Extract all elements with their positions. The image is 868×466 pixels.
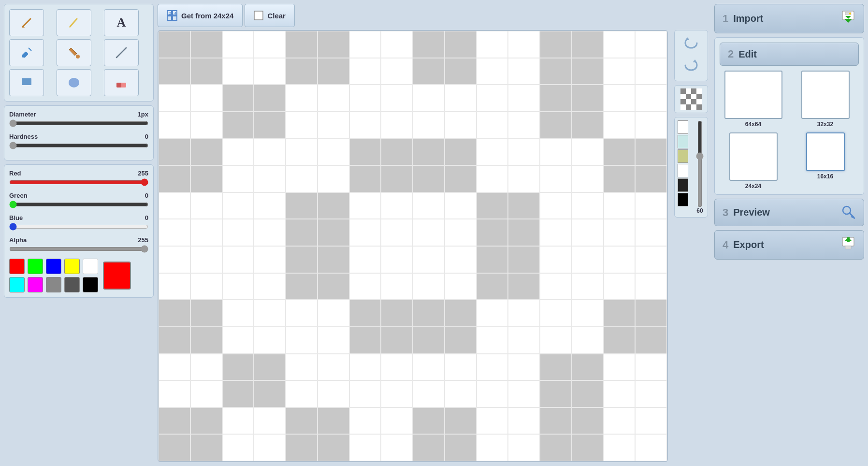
pixel-cell[interactable] <box>349 408 381 435</box>
pixel-cell[interactable] <box>381 273 413 300</box>
pixel-cell[interactable] <box>381 219 413 246</box>
pixel-cell[interactable] <box>445 434 477 461</box>
green-slider[interactable] <box>9 201 148 208</box>
pixel-cell[interactable] <box>604 165 636 192</box>
pixel-cell[interactable] <box>159 300 190 327</box>
pixel-cell[interactable] <box>413 380 445 408</box>
swatch-red[interactable] <box>9 259 25 274</box>
pixel-cell[interactable] <box>318 58 349 85</box>
pixel-cell[interactable] <box>477 31 508 58</box>
pixel-cell[interactable] <box>477 434 508 461</box>
pixel-cell[interactable] <box>159 139 190 166</box>
pixel-cell[interactable] <box>572 408 604 435</box>
pixel-cell[interactable] <box>635 354 667 381</box>
pixel-cell[interactable] <box>477 300 508 327</box>
pixel-cell[interactable] <box>254 273 286 300</box>
pixel-cell[interactable] <box>159 165 190 192</box>
pixel-cell[interactable] <box>286 273 318 300</box>
swatch-green[interactable] <box>28 259 43 274</box>
pixel-cell[interactable] <box>190 192 222 219</box>
swatch-gray[interactable] <box>46 277 61 292</box>
strip-lightcyan[interactable] <box>678 135 688 148</box>
pixel-cell[interactable] <box>604 139 636 166</box>
pixel-cell[interactable] <box>413 85 445 112</box>
pixel-cell[interactable] <box>318 31 349 58</box>
pixel-cell[interactable] <box>318 380 349 408</box>
pixel-cell[interactable] <box>572 85 604 112</box>
pencil-tool-button[interactable] <box>57 9 91 36</box>
export-section-header[interactable]: 4 Export <box>714 230 864 260</box>
pixel-cell[interactable] <box>349 58 381 85</box>
pixel-cell[interactable] <box>445 354 477 381</box>
pixel-cell[interactable] <box>508 139 540 166</box>
pixel-cell[interactable] <box>159 58 190 85</box>
pixel-cell[interactable] <box>222 58 254 85</box>
current-color-swatch[interactable] <box>103 262 131 290</box>
swatch-white[interactable] <box>83 259 98 274</box>
checker-icon[interactable] <box>680 88 702 110</box>
pixel-cell[interactable] <box>604 192 636 219</box>
pixel-canvas[interactable] <box>159 31 667 461</box>
pixel-cell[interactable] <box>318 408 349 435</box>
pixel-cell[interactable] <box>540 327 572 354</box>
pixel-cell[interactable] <box>508 219 540 246</box>
pixel-cell[interactable] <box>190 31 222 58</box>
pixel-cell[interactable] <box>413 165 445 192</box>
pixel-cell[interactable] <box>572 354 604 381</box>
pixel-cell[interactable] <box>445 192 477 219</box>
pixel-cell[interactable] <box>190 327 222 354</box>
pixel-cell[interactable] <box>572 192 604 219</box>
pixel-cell[interactable] <box>413 434 445 461</box>
pixel-cell[interactable] <box>318 139 349 166</box>
pixel-cell[interactable] <box>508 273 540 300</box>
pixel-cell[interactable] <box>604 219 636 246</box>
pixel-cell[interactable] <box>159 327 190 354</box>
pixel-cell[interactable] <box>413 192 445 219</box>
pixel-cell[interactable] <box>445 380 477 408</box>
pixel-cell[interactable] <box>318 192 349 219</box>
pixel-cell[interactable] <box>254 165 286 192</box>
pixel-cell[interactable] <box>381 246 413 273</box>
pixel-cell[interactable] <box>445 112 477 139</box>
pixel-cell[interactable] <box>413 327 445 354</box>
pixel-cell[interactable] <box>635 85 667 112</box>
pixel-cell[interactable] <box>604 112 636 139</box>
pixel-cell[interactable] <box>381 139 413 166</box>
eraser-tool-button[interactable] <box>104 69 139 96</box>
text-tool-button[interactable]: A <box>104 9 139 36</box>
pixel-cell[interactable] <box>159 408 190 435</box>
pixel-cell[interactable] <box>604 31 636 58</box>
pixel-cell[interactable] <box>286 165 318 192</box>
thumb-64x64-box[interactable] <box>724 71 782 119</box>
fill-tool-button[interactable] <box>57 39 91 66</box>
pixel-cell[interactable] <box>477 327 508 354</box>
pixel-cell[interactable] <box>604 354 636 381</box>
strip-white2[interactable] <box>678 164 688 177</box>
pixel-cell[interactable] <box>222 327 254 354</box>
pixel-cell[interactable] <box>413 58 445 85</box>
pixel-cell[interactable] <box>190 273 222 300</box>
pixel-cell[interactable] <box>413 219 445 246</box>
pixel-cell[interactable] <box>190 246 222 273</box>
pixel-cell[interactable] <box>540 408 572 435</box>
pixel-cell[interactable] <box>222 300 254 327</box>
pixel-cell[interactable] <box>508 31 540 58</box>
pixel-cell[interactable] <box>540 354 572 381</box>
pixel-cell[interactable] <box>286 408 318 435</box>
pixel-cell[interactable] <box>540 246 572 273</box>
pixel-cell[interactable] <box>318 112 349 139</box>
pixel-cell[interactable] <box>508 327 540 354</box>
pixel-cell[interactable] <box>254 434 286 461</box>
pixel-cell[interactable] <box>477 380 508 408</box>
pixel-cell[interactable] <box>572 31 604 58</box>
pixel-cell[interactable] <box>190 354 222 381</box>
pixel-cell[interactable] <box>413 139 445 166</box>
pixel-cell[interactable] <box>190 85 222 112</box>
pixel-cell[interactable] <box>572 165 604 192</box>
pixel-cell[interactable] <box>381 112 413 139</box>
pixel-cell[interactable] <box>286 327 318 354</box>
pixel-cell[interactable] <box>190 300 222 327</box>
pixel-cell[interactable] <box>349 434 381 461</box>
pixel-cell[interactable] <box>604 273 636 300</box>
line-tool-button[interactable] <box>104 39 139 66</box>
